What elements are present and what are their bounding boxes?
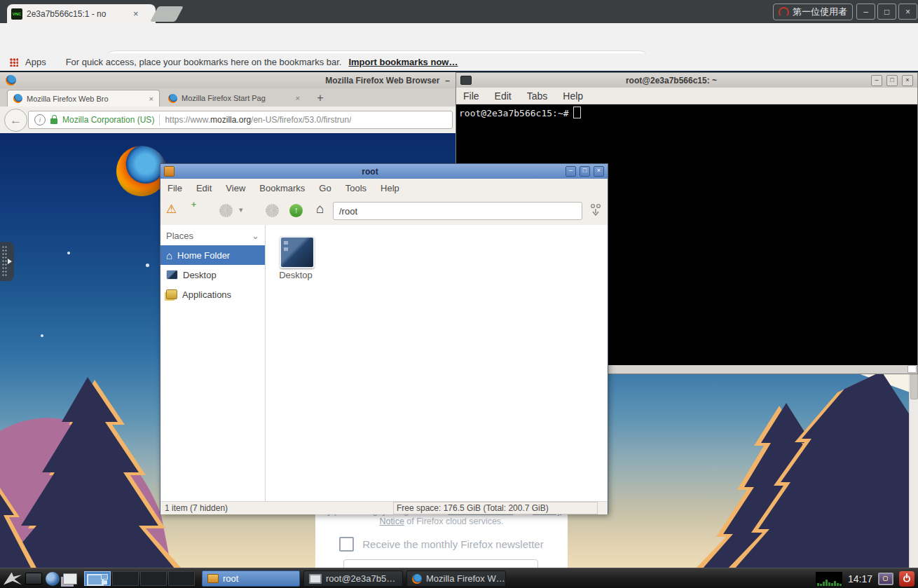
bookmarks-bar: Apps For quick access, place your bookma… — [0, 53, 918, 71]
sidebar-item-applications[interactable]: Applications — [160, 285, 265, 304]
fm-menu-tools[interactable]: Tools — [345, 183, 366, 193]
fm-maximize-button[interactable]: □ — [580, 166, 590, 177]
free-space: Free space: 176.5 GiB (Total: 200.7 GiB) — [393, 502, 598, 514]
fm-menu-file[interactable]: File — [167, 183, 182, 193]
ssl-identity-label[interactable]: Mozilla Corporation (US) — [62, 115, 154, 125]
lxde-menu-icon[interactable] — [4, 573, 22, 585]
fm-menu-go[interactable]: Go — [319, 183, 331, 193]
firefox-window-title: Mozilla Firefox Web Browser — [325, 76, 439, 86]
firefox-tab-inactive[interactable]: Mozilla Firefox Start Pag × — [163, 90, 306, 107]
privacy-notice-link[interactable]: Notice — [379, 517, 404, 526]
file-list-area[interactable]: Desktop — [266, 225, 608, 501]
jump-to-icon[interactable] — [589, 203, 602, 219]
up-directory-icon[interactable]: ↑ — [289, 204, 303, 217]
profile-badge[interactable]: 第一位使用者 — [773, 4, 853, 20]
browser-toolbar: ← → ↻ ⌂ i 127.0.0.1:6080/vnc.html?autoco… — [0, 23, 918, 53]
firefox-new-tab-button[interactable]: + — [311, 90, 329, 107]
sidebar-item-home-folder[interactable]: ⌂ Home Folder — [160, 245, 265, 265]
star-dot — [41, 334, 43, 337]
power-button-icon[interactable] — [899, 571, 914, 587]
workspace-1[interactable] — [84, 571, 111, 586]
firefox-titlebar-left: Mozilla Firefox Web Browser – — [0, 72, 455, 88]
expand-arrow-icon — [8, 259, 12, 264]
fm-menu-bookmarks[interactable]: Bookmarks — [259, 183, 305, 193]
show-desktop-icon[interactable] — [25, 573, 42, 584]
tab-close-icon[interactable]: × — [133, 8, 139, 19]
drag-dots-icon — [2, 246, 8, 277]
file-manager-statusbar: 1 item (7 hidden) Free space: 176.5 GiB … — [160, 501, 608, 514]
firefox-minimize-icon[interactable]: – — [445, 76, 450, 86]
taskbar-button-firefox[interactable]: Mozilla Firefox W… — [406, 570, 506, 587]
terminal-resize-grip[interactable] — [907, 365, 917, 373]
divider — [159, 114, 160, 125]
firefox-tab-icon — [13, 94, 22, 103]
desktop-folder-label[interactable]: Desktop — [266, 270, 326, 280]
profile-name: 第一位使用者 — [793, 6, 847, 18]
novnc-control-handle[interactable] — [0, 242, 14, 281]
places-header[interactable]: Places ⌄ — [160, 225, 265, 245]
apps-grid-icon[interactable] — [10, 58, 18, 67]
terminal-menu-edit[interactable]: Edit — [495, 90, 512, 102]
terminal-menu-tabs[interactable]: Tabs — [527, 90, 548, 102]
workspace-3[interactable] — [140, 571, 167, 586]
file-manager-toolbar: ⚠ ▾ ↑ ⌂ /root — [160, 198, 608, 226]
workspace-pager — [84, 571, 195, 586]
apps-label[interactable]: Apps — [25, 57, 46, 67]
lock-screen-icon[interactable] — [878, 573, 893, 585]
forward-icon[interactable] — [266, 204, 279, 217]
places-collapse-chevron-icon[interactable]: ⌄ — [252, 231, 259, 241]
terminal-maximize-button[interactable]: □ — [886, 75, 898, 86]
window-maximize-button[interactable]: □ — [877, 4, 896, 20]
terminal-menu-help[interactable]: Help — [563, 90, 583, 102]
import-bookmarks-link[interactable]: Import bookmarks now… — [348, 57, 458, 67]
window-close-button[interactable]: × — [898, 4, 917, 20]
firefox-tab-close-icon[interactable]: × — [149, 95, 153, 103]
file-manager-body: Places ⌄ ⌂ Home Folder Desktop Applicati… — [160, 225, 608, 501]
terminal-titlebar[interactable]: root@2e3a7b566c15: ~ – □ × — [456, 73, 917, 88]
taskbar: root root@2e3a7b5… Mozilla Firefox W… 14… — [0, 568, 918, 588]
web-browser-launcher-icon[interactable] — [46, 572, 60, 586]
file-manager-launcher-icon[interactable] — [63, 573, 77, 584]
firefox-back-button[interactable]: ← — [4, 109, 27, 132]
fm-menu-edit[interactable]: Edit — [196, 183, 212, 193]
back-history-chevron-icon[interactable]: ▾ — [239, 205, 243, 214]
clock[interactable]: 14:17 — [848, 573, 872, 584]
vnc-viewport[interactable]: Mozilla Firefox Web Browser – Mozilla Fi… — [0, 71, 918, 588]
file-manager-title: root — [178, 167, 562, 177]
firefox-info-icon[interactable]: i — [34, 114, 46, 125]
firefox-tab-active[interactable]: Mozilla Firefox Web Bro × — [7, 90, 160, 107]
terminal-menu-file[interactable]: File — [463, 90, 479, 102]
back-icon[interactable] — [219, 204, 233, 217]
star-dot — [67, 252, 70, 254]
places-sidebar: Places ⌄ ⌂ Home Folder Desktop Applicati… — [160, 225, 266, 501]
terminal-icon — [460, 76, 472, 85]
desktop-folder-icon[interactable] — [280, 236, 315, 268]
workspace-2[interactable] — [112, 571, 139, 586]
fm-menu-view[interactable]: View — [226, 183, 245, 193]
file-manager-icon — [164, 166, 174, 177]
firefox-tab-close-icon[interactable]: × — [296, 94, 300, 102]
fm-menu-help[interactable]: Help — [381, 183, 399, 193]
terminal-close-button[interactable]: × — [902, 75, 913, 86]
firefox-tab-label: Mozilla Firefox Web Bro — [27, 95, 109, 103]
sidebar-item-desktop[interactable]: Desktop — [160, 265, 265, 285]
taskbar-button-file-manager[interactable]: root — [202, 570, 300, 587]
newsletter-checkbox[interactable] — [339, 537, 354, 552]
terminal-minimize-button[interactable]: – — [871, 75, 882, 86]
window-minimize-button[interactable]: – — [856, 4, 875, 20]
profile-icon — [779, 7, 789, 18]
workspace-4[interactable] — [168, 571, 195, 586]
fm-minimize-button[interactable]: – — [566, 166, 576, 177]
file-manager-titlebar[interactable]: root – □ × — [160, 164, 608, 179]
taskbar-button-terminal[interactable]: root@2e3a7b5… — [303, 570, 403, 587]
email-field[interactable] — [343, 559, 538, 568]
file-manager-window[interactable]: root – □ × File Edit View Bookmarks Go T… — [160, 163, 608, 514]
terminal-menubar: File Edit Tabs Help — [456, 88, 917, 104]
cpu-monitor[interactable] — [816, 572, 842, 586]
fm-close-button[interactable]: × — [594, 166, 604, 177]
browser-tab[interactable]: VNC 2e3a7b566c15:1 - no × — [7, 4, 156, 23]
firefox-url-bar[interactable]: i Mozilla Corporation (US) https://www.m… — [28, 111, 453, 129]
path-input[interactable]: /root — [333, 202, 582, 220]
home-icon[interactable]: ⌂ — [316, 201, 324, 217]
firefox-url-text[interactable]: https://www.mozilla.org/en-US/firefox/53… — [165, 115, 351, 125]
